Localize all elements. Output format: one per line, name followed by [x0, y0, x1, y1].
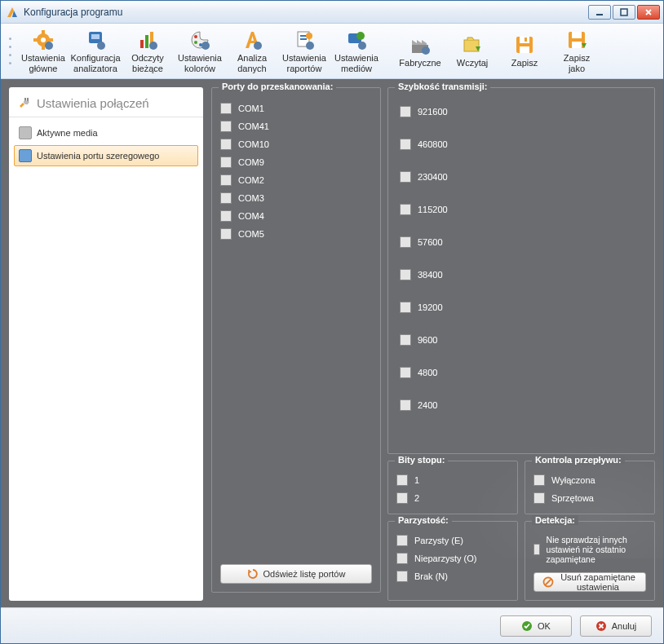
toolbar-right-2[interactable]: Zapisz	[498, 26, 551, 77]
toolbar-left-3[interactable]: Ustawienia kolorów	[174, 26, 226, 77]
parity-0[interactable]: Parzysty (E)	[396, 533, 509, 548]
svg-point-24	[306, 33, 312, 39]
factory-icon	[409, 33, 432, 56]
toolbar-left-1[interactable]: Konfiguracja analizatora	[69, 26, 122, 77]
speed-group: Szybkość transmisji: 9216004608002304001…	[387, 87, 655, 454]
speed-label-0: 921600	[418, 107, 448, 117]
svg-rect-35	[525, 37, 527, 42]
svg-point-16	[194, 35, 197, 38]
speed-checkbox-2[interactable]	[400, 171, 411, 183]
toolbar-left-5[interactable]: Ustawienia raportów	[278, 26, 330, 77]
port-0[interactable]: COM1	[220, 101, 372, 116]
port-checkbox-7[interactable]	[220, 228, 232, 240]
port-checkbox-6[interactable]	[220, 210, 232, 222]
parity-2[interactable]: Brak (N)	[396, 569, 509, 584]
detect-checkbox[interactable]	[533, 544, 540, 555]
speed-checkbox-1[interactable]	[400, 139, 411, 150]
toolbar-right-1[interactable]: Wczytaj	[446, 26, 498, 77]
speed-checkbox-8[interactable]	[400, 367, 411, 378]
port-2[interactable]: COM10	[220, 137, 372, 152]
speed-2[interactable]: 230400	[400, 170, 643, 184]
port-5[interactable]: COM3	[220, 191, 372, 205]
close-button[interactable]	[637, 5, 660, 20]
flow-1[interactable]: Sprzętowa	[533, 491, 646, 505]
open-icon	[461, 33, 484, 56]
detect-check[interactable]: Nie sprawdzaj innych ustawień niż ostatn…	[533, 533, 646, 566]
ok-button[interactable]: OK	[500, 615, 572, 637]
port-checkbox-3[interactable]	[220, 157, 232, 168]
speed-checkbox-0[interactable]	[400, 106, 411, 117]
toolbar-left-2[interactable]: Odczyty bieżące	[122, 26, 174, 77]
port-7[interactable]: COM5	[220, 227, 372, 241]
toolbar-right-3[interactable]: Zapisz jako	[551, 26, 603, 77]
port-6[interactable]: COM4	[220, 209, 372, 223]
toolbar-left-4[interactable]: Analiza danych	[226, 26, 278, 77]
speed-7[interactable]: 9600	[400, 333, 643, 347]
svg-rect-12	[140, 40, 144, 48]
media-icon	[345, 29, 368, 51]
sidebar-item-1[interactable]: Ustawienia portu szeregowego	[14, 145, 198, 166]
detect-check-label: Nie sprawdzaj innych ustawień niż ostatn…	[547, 535, 646, 564]
speed-checkbox-3[interactable]	[400, 204, 411, 215]
sidebar-item-icon	[19, 126, 32, 139]
speed-5[interactable]: 38400	[400, 267, 643, 282]
parity-checkbox-0[interactable]	[396, 535, 408, 546]
stopbit-1[interactable]: 2	[396, 491, 509, 505]
parity-1[interactable]: Nieparzysty (O)	[396, 551, 509, 566]
speed-checkbox-9[interactable]	[400, 399, 411, 411]
speed-list: 9216004608002304001152005760038400192009…	[396, 96, 646, 417]
toolbar-label: Wczytaj	[457, 58, 489, 68]
stopbits-title: Bity stopu:	[395, 455, 448, 465]
refresh-ports-button[interactable]: Odśwież listę portów	[220, 564, 372, 584]
parity-checkbox-2[interactable]	[396, 571, 408, 582]
speed-3[interactable]: 115200	[400, 202, 643, 217]
svg-rect-0	[596, 14, 603, 15]
speed-9[interactable]: 2400	[400, 398, 643, 412]
stopbit-0[interactable]: 1	[396, 473, 509, 487]
port-label-5: COM3	[238, 193, 264, 203]
toolbar-label: Ustawienia główne	[21, 53, 65, 73]
speed-label-1: 460800	[418, 139, 448, 149]
sidebar-item-0[interactable]: Aktywne media	[14, 122, 198, 143]
toolbar-left-0[interactable]: Ustawienia główne	[17, 26, 69, 77]
toolbar-label: Ustawienia mediów	[334, 53, 378, 73]
speed-checkbox-6[interactable]	[400, 302, 411, 313]
toolbar-right-0[interactable]: Fabryczne	[394, 26, 446, 77]
port-3[interactable]: COM9	[220, 155, 372, 170]
toolbar-left-6[interactable]: Ustawienia mediów	[330, 26, 383, 77]
speed-1[interactable]: 460800	[400, 137, 643, 152]
speed-8[interactable]: 4800	[400, 365, 643, 380]
cancel-button[interactable]: Anuluj	[580, 615, 652, 637]
port-checkbox-1[interactable]	[220, 121, 232, 132]
speed-checkbox-5[interactable]	[400, 269, 411, 280]
port-label-1: COM41	[238, 121, 269, 131]
port-checkbox-4[interactable]	[220, 174, 232, 186]
minimize-button[interactable]	[588, 5, 611, 20]
maximize-button[interactable]	[613, 5, 635, 20]
stopbit-checkbox-0[interactable]	[396, 474, 408, 486]
port-1[interactable]: COM41	[220, 119, 372, 134]
speed-checkbox-4[interactable]	[400, 236, 411, 248]
port-checkbox-5[interactable]	[220, 192, 232, 204]
svg-rect-31	[464, 40, 479, 51]
speed-checkbox-7[interactable]	[400, 334, 411, 346]
toolbar-label: Zapisz jako	[564, 53, 590, 73]
clear-saved-button[interactable]: Usuń zapamiętane ustawienia	[533, 572, 646, 592]
toolbar-label: Ustawienia kolorów	[178, 53, 222, 73]
speed-0[interactable]: 921600	[400, 104, 643, 119]
parity-checkbox-1[interactable]	[396, 553, 408, 564]
flow-label-0: Wyłączona	[551, 475, 595, 485]
flow-checkbox-0[interactable]	[533, 474, 545, 486]
port-4[interactable]: COM2	[220, 173, 372, 187]
speed-6[interactable]: 19200	[400, 300, 643, 315]
flow-0[interactable]: Wyłączona	[533, 473, 646, 487]
flow-checkbox-1[interactable]	[533, 492, 545, 504]
port-checkbox-2[interactable]	[220, 139, 232, 150]
speed-4[interactable]: 57600	[400, 235, 643, 249]
svg-rect-37	[572, 32, 582, 38]
stopbit-checkbox-1[interactable]	[396, 492, 408, 504]
forbid-icon	[542, 576, 554, 588]
port-checkbox-0[interactable]	[220, 103, 232, 114]
stopbits-list: 12	[396, 470, 509, 505]
stopbits-group: Bity stopu: 12	[387, 461, 518, 514]
